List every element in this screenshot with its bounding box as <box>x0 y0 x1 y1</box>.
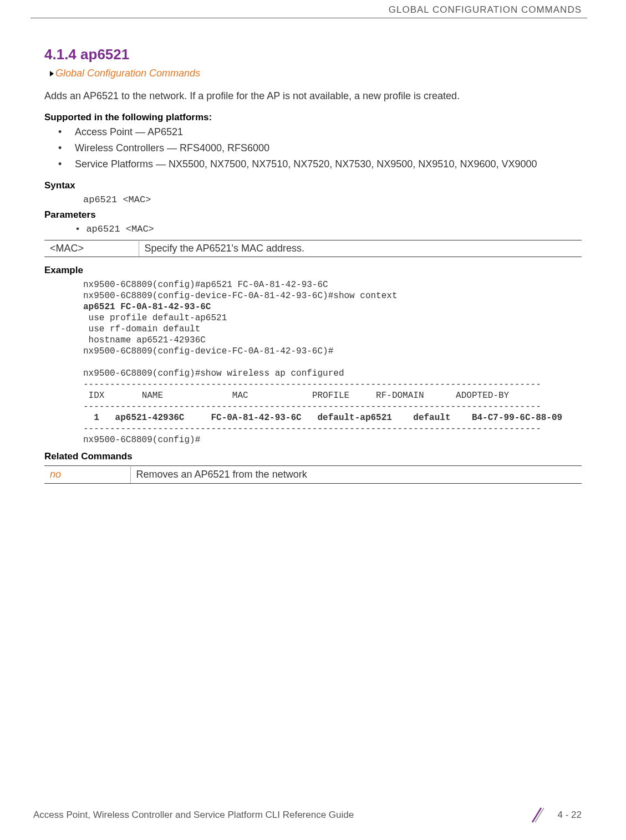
parameters-heading: Parameters <box>44 209 582 221</box>
related-desc: Removes an AP6521 from the network <box>130 466 582 484</box>
platform-list: Access Point — AP6521 Wireless Controlle… <box>44 126 582 170</box>
param-desc: Specify the AP6521's MAC address. <box>139 240 582 257</box>
breadcrumb-text: Global Configuration Commands <box>55 68 200 79</box>
header-title: GLOBAL CONFIGURATION COMMANDS <box>389 4 582 15</box>
list-item: Service Platforms — NX5500, NX7500, NX75… <box>58 158 582 170</box>
syntax-heading: Syntax <box>44 180 582 191</box>
related-cmd[interactable]: no <box>44 466 130 484</box>
content-area: 4.1.4 ap6521 Global Configuration Comman… <box>0 18 626 484</box>
page-number: 4 - 22 <box>558 810 582 821</box>
param-name: <MAC> <box>44 240 139 257</box>
syntax-code: ap6521 <MAC> <box>83 194 582 205</box>
section-title: 4.1.4 ap6521 <box>44 46 582 63</box>
parameters-bullet: • ap6521 <MAC> <box>75 224 582 234</box>
page-footer: Access Point, Wireless Controller and Se… <box>0 807 626 823</box>
table-row: no Removes an AP6521 from the network <box>44 466 582 484</box>
related-commands-table: no Removes an AP6521 from the network <box>44 465 582 484</box>
example-code-block: nx9500-6C8809(config)#ap6521 FC-0A-81-42… <box>83 279 582 445</box>
list-item: Access Point — AP6521 <box>58 126 582 138</box>
breadcrumb[interactable]: Global Configuration Commands <box>50 68 582 79</box>
breadcrumb-arrow-icon <box>50 71 54 76</box>
footer-right: 4 - 22 <box>530 807 582 823</box>
list-item: Wireless Controllers — RFS4000, RFS6000 <box>58 142 582 154</box>
parameters-table: <MAC> Specify the AP6521's MAC address. <box>44 240 582 257</box>
platforms-heading: Supported in the following platforms: <box>44 112 582 123</box>
slash-icon <box>530 807 544 823</box>
section-description: Adds an AP6521 to the network. If a prof… <box>44 90 582 102</box>
page-header: GLOBAL CONFIGURATION COMMANDS <box>0 0 626 18</box>
footer-left: Access Point, Wireless Controller and Se… <box>33 810 354 821</box>
related-heading: Related Commands <box>44 451 582 462</box>
example-heading: Example <box>44 265 582 276</box>
table-row: <MAC> Specify the AP6521's MAC address. <box>44 240 582 257</box>
